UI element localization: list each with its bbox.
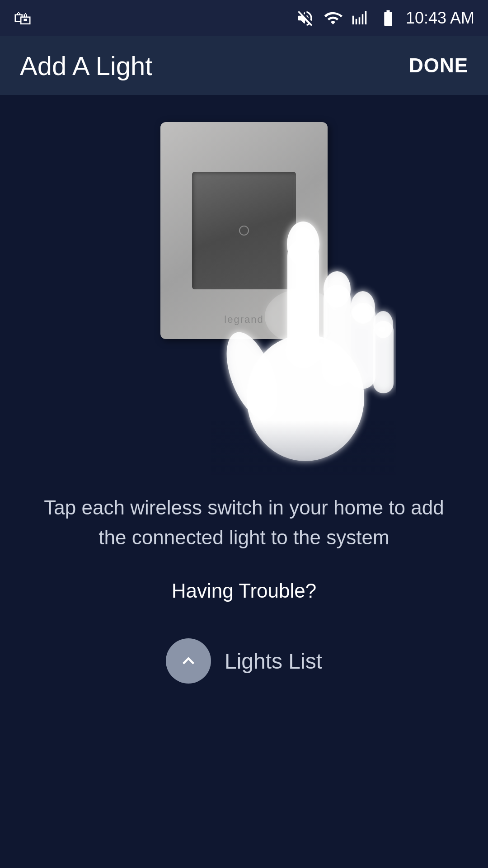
- svg-point-10: [265, 289, 337, 344]
- hand-pointer-illustration: [206, 203, 396, 475]
- signal-icon: [352, 9, 371, 28]
- done-button[interactable]: DONE: [409, 54, 468, 77]
- status-bar-left: 🛍: [14, 8, 32, 28]
- status-bar-right: 10:43 AM: [296, 9, 474, 28]
- battery-icon: [379, 9, 398, 28]
- instruction-text: Tap each wireless switch in your home to…: [0, 493, 488, 552]
- svg-rect-11: [211, 420, 396, 475]
- wifi-icon: [323, 9, 343, 28]
- status-bar: 🛍 10:43 AM: [0, 0, 488, 36]
- chevron-circle: [166, 638, 211, 684]
- time-display: 10:43 AM: [406, 9, 474, 28]
- svg-point-2: [287, 222, 319, 267]
- lights-list-label: Lights List: [225, 649, 322, 674]
- lights-list-button[interactable]: Lights List: [166, 638, 322, 684]
- page-title: Add A Light: [20, 51, 152, 81]
- mute-icon: [296, 9, 314, 28]
- svg-point-8: [373, 311, 393, 338]
- svg-point-6: [351, 291, 375, 324]
- app-bar: Add A Light DONE: [0, 36, 488, 95]
- trouble-link[interactable]: Having Trouble?: [172, 580, 316, 602]
- chevron-up-icon: [177, 649, 200, 673]
- shopping-bag-icon: 🛍: [14, 8, 32, 28]
- main-content: legrand: [0, 95, 488, 868]
- switch-illustration: legrand: [0, 122, 488, 475]
